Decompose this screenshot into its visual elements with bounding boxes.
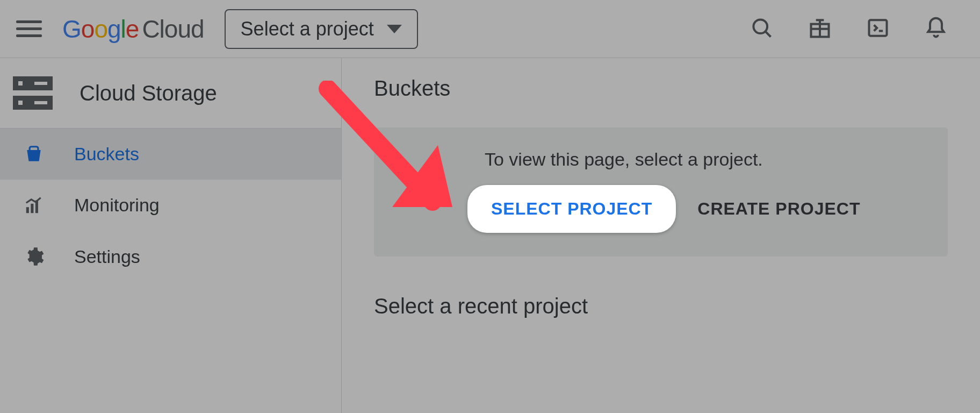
cloud-storage-icon [13, 76, 53, 110]
sidenav-item-label: Buckets [74, 144, 139, 165]
project-selector-label: Select a project [241, 18, 374, 40]
brand-product: Cloud [142, 15, 204, 44]
sidenav-header: Cloud Storage [0, 58, 341, 129]
page-title: Buckets [374, 76, 948, 101]
prompt-text: To view this page, select a project. [485, 149, 922, 170]
free-trial-icon[interactable] [808, 16, 832, 42]
google-cloud-logo[interactable]: Google Cloud [62, 15, 204, 44]
select-project-prompt: To view this page, select a project. SEL… [374, 127, 948, 257]
gear-icon [23, 246, 45, 267]
sidenav-item-label: Monitoring [74, 195, 160, 216]
recent-project-heading: Select a recent project [374, 294, 948, 318]
svg-rect-5 [31, 203, 33, 212]
appbar: Google Cloud Select a project [0, 0, 980, 58]
svg-point-0 [753, 19, 767, 33]
sidenav-item-settings[interactable]: Settings [0, 231, 341, 282]
search-icon[interactable] [750, 16, 774, 42]
sidenav-title: Cloud Storage [80, 81, 217, 105]
svg-rect-4 [26, 207, 29, 213]
svg-line-1 [765, 31, 770, 37]
notifications-icon[interactable] [924, 16, 948, 42]
cloud-shell-icon[interactable] [866, 16, 890, 42]
bucket-icon [23, 144, 45, 165]
select-project-button[interactable]: SELECT PROJECT [467, 185, 676, 233]
sidenav-item-buckets[interactable]: Buckets [0, 129, 341, 180]
chevron-down-icon [387, 25, 402, 33]
sidenav: Cloud Storage Buckets Monitoring Setting… [0, 58, 342, 413]
create-project-button[interactable]: CREATE PROJECT [697, 199, 860, 219]
project-selector[interactable]: Select a project [225, 9, 418, 49]
sidenav-item-monitoring[interactable]: Monitoring [0, 180, 341, 231]
monitoring-icon [23, 195, 45, 216]
content-area: Buckets To view this page, select a proj… [342, 58, 980, 413]
sidenav-item-label: Settings [74, 246, 140, 267]
menu-icon[interactable] [16, 16, 42, 42]
